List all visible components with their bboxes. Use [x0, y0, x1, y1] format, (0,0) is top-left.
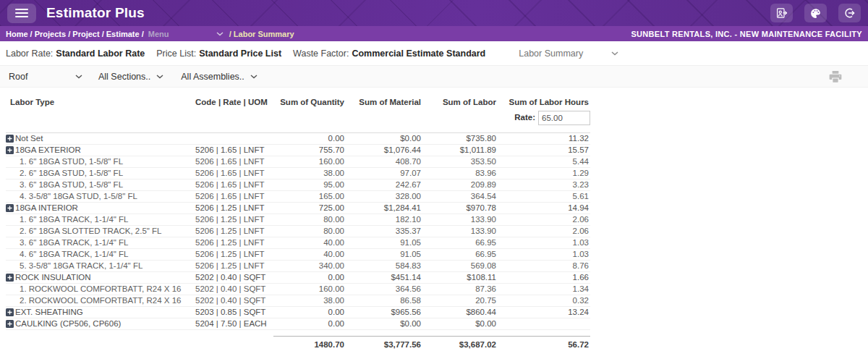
quantity-cell: 755.70	[273, 145, 346, 156]
material-cell: 91.05	[346, 237, 422, 249]
hours-cell: 13.24	[498, 307, 590, 318]
table-row: 3. 6" 18GA STUD, 1-5/8" FL 5206 | 1.65 |…	[6, 180, 590, 191]
filter-bar: Roof All Sections.. All Assemblies..	[0, 65, 868, 88]
logout-button[interactable]	[838, 4, 861, 22]
code-cell: 5203 | 0.85 | SQFT	[194, 307, 273, 318]
hours-cell: 2.06	[498, 226, 590, 237]
labor-rate-field: Labor Rate:Standard Labor Rate	[6, 48, 145, 59]
breadcrumb[interactable]: Home / Projects / Project / Estimate /	[6, 30, 144, 38]
chevron-down-icon	[156, 75, 163, 79]
labor-type-label: 2. ROCKWOOL COMFORTBATT, R24 X 16	[20, 296, 181, 305]
labor-cell: 133.90	[422, 214, 498, 226]
quantity-cell: 0.00	[273, 307, 346, 318]
table-row: ROCK INSULATION 5202 | 0.40 | SQFT 0.00 …	[6, 272, 590, 284]
labor-type-label: 1. 6" 18GA TRACK, 1-1/4" FL	[20, 215, 129, 224]
totals-labor: $3,687.02	[422, 337, 498, 350]
totals-code-cell	[194, 337, 273, 350]
material-cell: 97.07	[346, 168, 422, 180]
price-list-value: Standard Price List	[199, 48, 281, 59]
code-cell: 5206 | 1.65 | LNFT	[194, 168, 273, 180]
table-row: 18GA INTERIOR 5206 | 1.25 | LNFT 725.00 …	[6, 203, 590, 214]
area-select[interactable]: Roof	[9, 72, 82, 82]
printer-icon	[829, 71, 842, 83]
quantity-cell: 38.00	[273, 295, 346, 307]
column-header-quantity: Sum of Quantity	[273, 93, 346, 109]
material-cell: $1,076.44	[346, 145, 422, 156]
logout-icon	[843, 7, 856, 20]
theme-button[interactable]	[804, 4, 827, 22]
expand-row-icon[interactable]	[6, 135, 14, 143]
table-row: 1. 6" 18GA TRACK, 1-1/4" FL 5206 | 1.25 …	[6, 214, 590, 226]
labor-cell: $108.11	[422, 272, 498, 284]
totals-label-cell	[6, 337, 194, 350]
table-row: 5. 3-5/8" 18GA TRACK, 1-1/4" FL 5206 | 1…	[6, 261, 590, 272]
summary-table: Labor Type Code | Rate | UOM Sum of Quan…	[6, 93, 590, 349]
labor-type-cell: 5. 3-5/8" 18GA TRACK, 1-1/4" FL	[6, 261, 194, 272]
print-button[interactable]	[829, 71, 842, 83]
exit-user-icon	[775, 7, 789, 20]
sections-select[interactable]: All Sections..	[98, 72, 163, 82]
code-cell: 5206 | 1.65 | LNFT	[194, 180, 273, 191]
waste-factor-value: Commercial Estimate Standard	[352, 48, 485, 59]
labor-type-label: 1. ROCKWOOL COMFORTBATT, R24 X 16	[20, 284, 181, 293]
assemblies-select[interactable]: All Assemblies..	[181, 72, 258, 82]
column-header-code-rate-uom: Code | Rate | UOM	[194, 93, 273, 109]
hamburger-icon	[15, 9, 28, 17]
column-header-labor-hours: Sum of Labor Hours	[498, 93, 590, 109]
labor-summary-panel: Labor Type Code | Rate | UOM Sum of Quan…	[0, 88, 868, 349]
table-row: 4. 3-5/8" 18GA STUD, 1-5/8" FL 5206 | 1.…	[6, 191, 590, 203]
hours-cell	[498, 318, 590, 330]
exit-user-button[interactable]	[770, 4, 793, 22]
code-cell: 5206 | 1.65 | LNFT	[194, 145, 273, 156]
totals-spacer	[6, 330, 590, 337]
labor-type-cell: Not Set	[6, 133, 194, 145]
sections-select-value: All Sections..	[98, 72, 150, 82]
expand-row-icon[interactable]	[6, 320, 14, 328]
top-bar: Estimator Plus	[0, 0, 868, 26]
labor-type-label: CAULKING (CP506, CP606)	[15, 319, 121, 328]
chevron-down-icon	[250, 75, 258, 79]
quantity-cell: 165.00	[273, 191, 346, 203]
view-select[interactable]: Labor Summary	[519, 48, 618, 59]
labor-type-cell: 1. 6" 18GA STUD, 1-5/8" FL	[6, 156, 194, 168]
quantity-cell: 160.00	[273, 156, 346, 168]
chevron-down-icon	[611, 51, 618, 56]
expand-row-icon[interactable]	[6, 274, 14, 282]
labor-cell: $735.80	[422, 133, 498, 145]
labor-type-cell: 1. 6" 18GA TRACK, 1-1/4" FL	[6, 214, 194, 226]
labor-type-label: Not Set	[15, 134, 43, 143]
quantity-cell: 0.00	[273, 272, 346, 284]
table-row: 1. 6" 18GA STUD, 1-5/8" FL 5206 | 1.65 |…	[6, 156, 590, 168]
material-cell: $965.56	[346, 307, 422, 318]
price-list-label: Price List:	[156, 48, 196, 59]
expand-row-icon[interactable]	[6, 204, 14, 212]
quantity-cell: 38.00	[273, 168, 346, 180]
labor-type-cell: 18GA EXTERIOR	[6, 145, 194, 156]
labor-cell: $1,011.89	[422, 145, 498, 156]
view-select-value: Labor Summary	[519, 48, 583, 59]
labor-cell: $970.78	[422, 203, 498, 214]
hours-cell: 0.32	[498, 295, 590, 307]
labor-type-cell: 3. 6" 18GA STUD, 1-5/8" FL	[6, 180, 194, 191]
chevron-down-icon	[216, 32, 224, 36]
code-cell: 5206 | 1.25 | LNFT	[194, 237, 273, 249]
breadcrumb-current: / Labor Summary	[229, 30, 294, 38]
menu-button[interactable]	[7, 4, 36, 23]
code-cell: 5206 | 1.25 | LNFT	[194, 203, 273, 214]
quantity-cell: 40.00	[273, 249, 346, 261]
labor-cell: 20.75	[422, 295, 498, 307]
material-cell: 91.05	[346, 249, 422, 261]
breadcrumb-menu-select[interactable]: Menu	[148, 30, 224, 38]
hours-cell: 3.23	[498, 180, 590, 191]
labor-type-cell: 2. 6" 18GA STUD, 1-5/8" FL	[6, 168, 194, 180]
expand-row-icon[interactable]	[6, 146, 14, 154]
quantity-cell: 160.00	[273, 284, 346, 295]
expand-row-icon[interactable]	[6, 308, 14, 316]
code-cell: 5206 | 1.25 | LNFT	[194, 214, 273, 226]
column-header-labor: Sum of Labor	[422, 93, 498, 109]
labor-type-label: 5. 3-5/8" 18GA TRACK, 1-1/4" FL	[20, 261, 142, 270]
rate-input[interactable]	[538, 111, 590, 125]
labor-rate-label: Labor Rate:	[6, 48, 53, 59]
labor-type-label: 4. 3-5/8" 18GA STUD, 1-5/8" FL	[20, 192, 137, 200]
labor-type-label: 2. 6" 18GA STUD, 1-5/8" FL	[20, 169, 123, 177]
